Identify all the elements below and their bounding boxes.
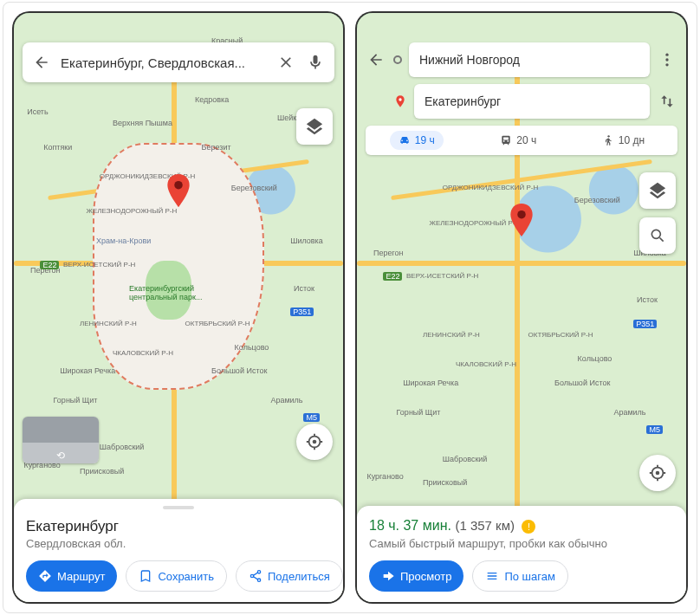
route-description: Самый быстрый маршрут, пробки как обычно: [369, 537, 674, 550]
route-distance: (1 357 км): [455, 518, 515, 533]
map-label: Приисковый: [423, 478, 467, 487]
mode-label: 19 ч: [415, 134, 435, 146]
map-label: Исток: [637, 295, 658, 304]
map-label: Верхняя Пышма: [113, 119, 172, 127]
directions-button[interactable]: Маршрут: [26, 560, 117, 592]
save-button[interactable]: Сохранить: [126, 560, 227, 592]
map-label: Екатеринбургский центральный парк...: [129, 284, 224, 301]
mode-transit[interactable]: 20 ч: [491, 131, 545, 150]
route-card[interactable]: 18 ч. 37 мин. (1 357 км) ! Самый быстрый…: [357, 506, 686, 602]
directions-header: Нижний Новгород Екатеринбург: [366, 42, 677, 126]
map-label: Шиловка: [290, 236, 323, 245]
map-label: Курганово: [366, 472, 403, 481]
mic-icon[interactable]: [305, 52, 326, 73]
road-shield: E22: [40, 261, 59, 269]
map-label: ВЕРХ-ИСЕТСКИЙ Р-Н: [63, 261, 135, 269]
map-label: Шабровский: [443, 455, 488, 463]
svg-point-12: [651, 230, 660, 238]
map-label: ОРДЖОНИКИДЗЕВСКИЙ Р-Н: [443, 184, 538, 191]
place-subtitle: Свердловская обл.: [26, 537, 331, 550]
map-label: Кольцово: [578, 354, 612, 363]
phone-right: ОРДЖОНИКИДЗЕВСКИЙ Р-Н Березовский ЖЕЛЕЗН…: [357, 13, 686, 602]
destination-marker-icon: [393, 94, 407, 108]
button-label: По шагам: [504, 570, 554, 583]
svg-point-0: [174, 181, 183, 190]
destination-field[interactable]: Екатеринбург: [414, 84, 650, 119]
map-label: ОКТЯБРЬСКИЙ Р-Н: [185, 320, 250, 327]
road-shield: M5: [646, 425, 663, 434]
map-label: Широкая Речка: [60, 366, 115, 375]
map-label: Исток: [294, 284, 314, 293]
clear-icon[interactable]: [275, 52, 296, 73]
map-label: Кольцово: [235, 343, 269, 352]
map-pin-icon: [509, 204, 534, 236]
travel-mode-bar: 19 ч 20 ч 10 дн: [366, 126, 677, 155]
map-label: ВЕРХ-ИСЕТСКИЙ Р-Н: [406, 272, 478, 280]
share-button[interactable]: Поделиться: [236, 560, 343, 592]
map-label: Березовский: [231, 184, 277, 192]
map-label: Кедровка: [195, 95, 229, 104]
panorama-icon: ⟲: [56, 450, 65, 462]
road-shield: M5: [303, 413, 320, 422]
layers-button[interactable]: [296, 108, 333, 145]
road-shield: P351: [290, 308, 314, 316]
drag-handle[interactable]: [163, 506, 194, 509]
place-title: Екатеринбург: [26, 518, 331, 535]
road-shield: P351: [633, 320, 657, 328]
map-label: Горный Щит: [54, 396, 98, 405]
button-label: Сохранить: [158, 570, 214, 583]
svg-point-11: [607, 135, 609, 137]
map-label: Шабровский: [100, 443, 145, 451]
map-label: ЖЕЛЕЗНОДОРОЖНЫЙ Р-Н: [430, 219, 521, 227]
map-label: Исеть: [27, 107, 49, 116]
mode-label: 10 дн: [619, 134, 645, 146]
map-pin-icon: [166, 174, 191, 207]
map-label: ЧКАЛОВСКИЙ Р-Н: [456, 360, 516, 368]
map-label: Большой Исток: [554, 379, 610, 387]
button-label: Поделиться: [268, 570, 330, 583]
mode-car[interactable]: 19 ч: [390, 131, 444, 150]
phone-left: Красный Монетный Кедровка Исеть Верхняя …: [14, 13, 343, 602]
my-location-button[interactable]: [639, 455, 676, 491]
svg-point-14: [656, 471, 660, 476]
swap-icon[interactable]: [657, 91, 677, 112]
svg-point-2: [313, 440, 317, 444]
map-label: Березит: [202, 143, 231, 152]
map-label: Горный Щит: [397, 408, 441, 417]
more-icon[interactable]: [657, 49, 677, 70]
svg-point-8: [665, 58, 668, 61]
search-bar[interactable]: Екатеринбург, Свердловская...: [23, 42, 334, 82]
map-label: Храм-на-Крови: [96, 236, 151, 245]
svg-point-10: [399, 98, 401, 100]
my-location-button[interactable]: [296, 424, 333, 460]
map-label: ЛЕНИНСКИЙ Р-Н: [80, 320, 137, 327]
warning-icon: !: [522, 520, 535, 534]
search-text[interactable]: Екатеринбург, Свердловская...: [61, 55, 267, 70]
streetview-thumbnail[interactable]: ⟲: [23, 417, 99, 463]
layers-button[interactable]: [639, 172, 676, 209]
origin-field[interactable]: Нижний Новгород: [409, 42, 650, 77]
back-icon[interactable]: [31, 52, 52, 73]
road-shield: E22: [383, 272, 402, 281]
mode-walk[interactable]: 10 дн: [593, 131, 653, 150]
svg-point-7: [665, 54, 668, 56]
map-label: Арамиль: [613, 408, 645, 417]
map-label: ЛЕНИНСКИЙ Р-Н: [423, 331, 480, 339]
search-along-button[interactable]: [639, 217, 676, 254]
map-label: Березовский: [574, 196, 620, 204]
preview-button[interactable]: Просмотр: [369, 560, 463, 592]
map-label: Перегон: [373, 249, 404, 257]
steps-button[interactable]: По шагам: [472, 560, 567, 592]
button-label: Просмотр: [400, 570, 451, 583]
button-label: Маршрут: [57, 570, 105, 583]
map-label: ОКТЯБРЬСКИЙ Р-Н: [528, 331, 593, 339]
place-card[interactable]: Екатеринбург Свердловская обл. Маршрут С…: [14, 499, 343, 602]
svg-point-9: [665, 63, 668, 66]
back-icon[interactable]: [366, 49, 386, 70]
map-label: Приисковый: [80, 467, 124, 476]
map-label: Коптяки: [43, 143, 72, 152]
map-label: ЧКАЛОВСКИЙ Р-Н: [113, 349, 173, 357]
map-label: Большой Исток: [211, 366, 267, 375]
route-time: 18 ч. 37 мин.: [369, 518, 451, 533]
map-label: Арамиль: [270, 396, 302, 405]
